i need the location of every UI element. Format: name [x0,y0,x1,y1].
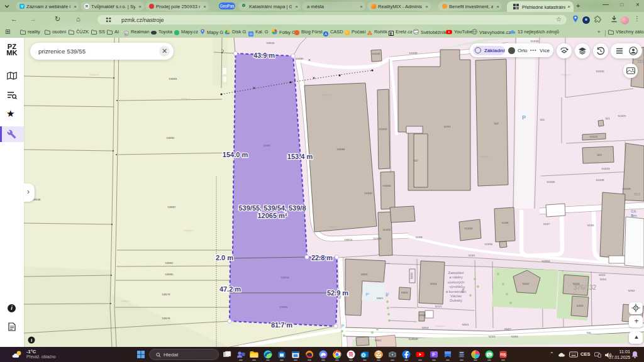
svg-text:513/04: 513/04 [542,260,550,263]
svg-text:518/4: 518/4 [511,335,518,338]
svg-text:513/50: 513/50 [485,243,493,246]
svg-text:522: 522 [414,159,419,162]
svg-text:153.4 m: 153.4 m [287,153,313,160]
svg-text:539/54: 539/54 [281,276,289,279]
svg-text:mapy.cz: mapy.cz [181,97,191,100]
svg-text:539/8: 539/8 [264,144,270,147]
svg-text:1149/49: 1149/49 [409,337,418,341]
svg-text:539/55, 539/54, 539/8: 539/55, 539/54, 539/8 [238,204,306,212]
svg-text:539/82: 539/82 [167,136,175,140]
svg-text:Václav: Václav [450,294,462,298]
svg-text:539/26: 539/26 [267,41,275,45]
svg-text:výrobků: výrobků [449,285,462,288]
svg-text:mapy.cz: mapy.cz [323,93,332,96]
svg-text:ocelových: ocelových [448,280,465,284]
svg-text:539/81: 539/81 [165,261,174,265]
svg-text:47.2 m: 47.2 m [219,285,241,293]
svg-text:✕: ✕ [308,58,311,62]
svg-text:22.8 m: 22.8 m [311,254,333,261]
svg-text:513/47: 513/47 [365,192,373,195]
svg-text:513/28: 513/28 [596,178,604,182]
svg-text:mapy.cz: mapy.cz [121,299,131,302]
svg-text:P: P [341,324,345,328]
svg-text:81.7 m: 81.7 m [271,321,292,329]
svg-text:P: P [386,292,389,297]
svg-text:513/46: 513/46 [374,237,382,240]
svg-text:a nátěry: a nátěry [449,275,463,279]
svg-text:539/79: 539/79 [162,293,170,296]
svg-text:535/2: 535/2 [375,339,382,342]
svg-text:513/21: 513/21 [618,114,626,118]
svg-text:520/2: 520/2 [523,282,530,285]
svg-text:Cít.: Cít. [631,209,637,213]
svg-text:P: P [522,114,526,121]
svg-text:519/1: 519/1 [444,125,451,128]
svg-text:Dubský: Dubský [450,299,462,302]
svg-text:mapy.cz: mapy.cz [90,73,99,76]
svg-text:513/8: 513/8 [502,221,509,224]
svg-text:539/87: 539/87 [168,206,176,209]
svg-text:i: i [31,337,32,343]
svg-text:539/80: 539/80 [165,273,174,276]
svg-text:12065 m²: 12065 m² [257,212,287,219]
svg-text:513/26: 513/26 [547,180,555,184]
svg-text:535/8: 535/8 [419,314,426,317]
svg-text:519: 519 [494,122,499,125]
svg-text:520: 520 [540,118,545,121]
svg-text:43.9 m: 43.9 m [253,52,275,59]
svg-text:539/85: 539/85 [296,57,304,60]
svg-text:513/44: 513/44 [465,227,473,230]
svg-text:525/4: 525/4 [599,273,606,277]
svg-text:521/1: 521/1 [435,305,442,308]
svg-text:Brn: Brn [631,214,636,217]
svg-text:376/132: 376/132 [574,284,597,291]
svg-text:513/20: 513/20 [596,70,604,73]
svg-text:529/2: 529/2 [628,289,635,292]
svg-text:526/4: 526/4 [430,282,437,285]
svg-text:535/1: 535/1 [462,323,469,326]
svg-text:mapy.cz: mapy.cz [329,225,338,228]
svg-text:mapy.cz: mapy.cz [562,73,571,76]
svg-text:Zateplání: Zateplání [448,271,464,275]
svg-text:539/55: 539/55 [280,305,288,309]
svg-text:83:1: 83:1 [634,192,640,196]
svg-text:536/1: 536/1 [377,297,384,300]
svg-text:513/39: 513/39 [409,52,418,55]
svg-text:513/29: 513/29 [623,187,631,190]
svg-text:539/84: 539/84 [337,148,345,151]
svg-text:536/3: 536/3 [401,291,408,294]
svg-text:513/9: 513/9 [416,236,423,239]
svg-text:530: 530 [587,331,592,334]
svg-text:513/1: 513/1 [469,254,475,257]
svg-text:513/6: 513/6 [587,224,594,227]
svg-text:mapy.cz: mapy.cz [480,155,489,158]
svg-text:521: 521 [606,117,611,120]
svg-text:52.9 m: 52.9 m [327,289,348,297]
svg-text:535/4: 535/4 [422,326,429,329]
svg-text:539/78: 539/78 [162,317,170,320]
svg-text:526/6: 526/6 [577,304,584,307]
svg-text:a konstrukcí: a konstrukcí [446,290,467,293]
svg-text:513/7: 513/7 [543,222,550,226]
svg-text:513/40: 513/40 [383,184,391,187]
svg-text:154.0 m: 154.0 m [223,151,248,158]
svg-text:513/11: 513/11 [383,228,391,231]
svg-text:539/14: 539/14 [345,238,353,241]
svg-text:mapy.cz: mapy.cz [184,229,194,232]
svg-text:513/45: 513/45 [372,52,380,55]
svg-text:539/83: 539/83 [169,77,177,80]
svg-text:536/4: 536/4 [410,272,413,279]
svg-text:513/19: 513/19 [531,40,539,43]
svg-text:513/23: 513/23 [602,167,610,170]
svg-text:2.0 m: 2.0 m [216,254,233,261]
svg-text:523: 523 [597,153,602,156]
svg-text:513/13: 513/13 [379,128,387,131]
svg-text:513/3: 513/3 [489,335,496,338]
svg-text:151/: 151/ [637,59,644,63]
svg-text:525/1: 525/1 [600,278,607,281]
svg-text:513/22: 513/22 [590,135,598,138]
svg-text:534/7: 534/7 [504,327,511,331]
svg-text:mapy.cz: mapy.cz [436,324,445,327]
svg-text:536/5: 536/5 [361,273,368,276]
svg-text:P: P [365,292,369,297]
